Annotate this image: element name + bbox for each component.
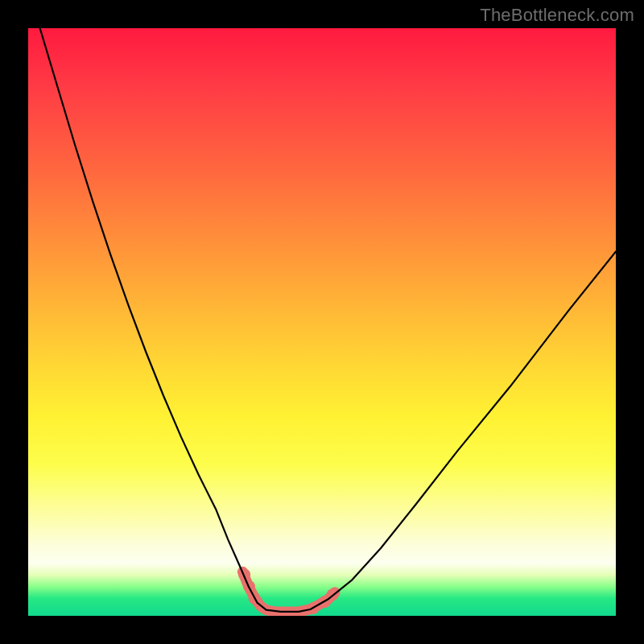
plot-area bbox=[28, 28, 616, 616]
chart-svg bbox=[28, 28, 616, 616]
bottleneck-curve-path bbox=[40, 28, 616, 612]
chart-frame: TheBottleneck.com bbox=[0, 0, 644, 644]
watermark-text: TheBottleneck.com bbox=[480, 5, 634, 26]
